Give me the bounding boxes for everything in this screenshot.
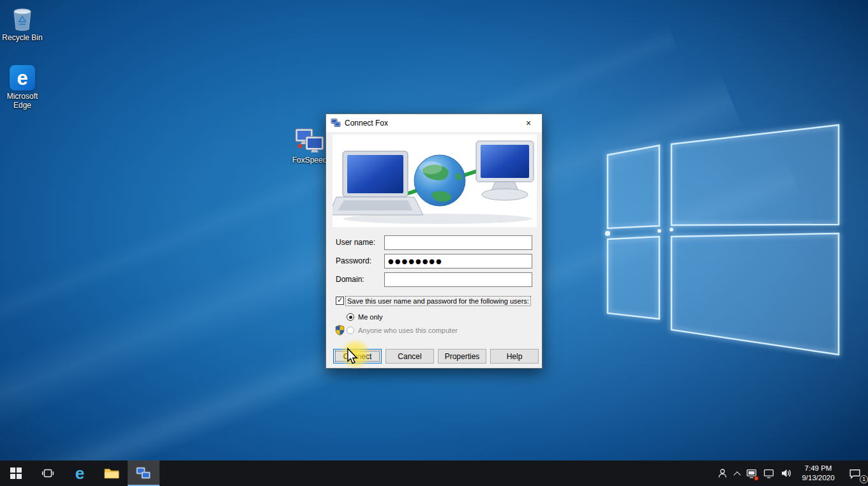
desktop: Recycle Bin e Microsoft Edge FoxSpeed [0, 0, 868, 486]
user-name-input[interactable] [384, 235, 532, 250]
notification-badge: 1 [860, 475, 868, 483]
dialup-connection-icon [294, 128, 325, 154]
edge-label: Microsoft Edge [0, 92, 45, 110]
connect-button[interactable]: Connect [333, 349, 382, 364]
me-only-radio[interactable] [347, 313, 354, 321]
people-button[interactable] [714, 460, 731, 486]
help-button[interactable]: Help [490, 349, 539, 364]
recycle-bin-icon [10, 4, 35, 32]
tray-network-button[interactable] [760, 460, 777, 486]
user-name-label: User name: [336, 235, 375, 250]
dialog-titlebar[interactable]: Connect Fox × [326, 114, 542, 132]
save-credentials-checkbox[interactable]: ✓ [336, 297, 344, 305]
action-center-icon [849, 468, 861, 479]
edge-icon: e [75, 465, 84, 482]
anyone-radio[interactable] [347, 327, 354, 334]
anyone-label: Anyone who uses this computer [358, 327, 458, 334]
people-icon [717, 468, 728, 478]
tray-connection-status-button[interactable] [743, 460, 760, 486]
volume-button[interactable] [777, 460, 795, 486]
taskbar-tray: 7:49 PM 9/13/2020 1 [714, 460, 868, 486]
properties-button[interactable]: Properties [438, 349, 486, 364]
close-icon: × [526, 118, 531, 128]
folder-icon [104, 467, 119, 480]
speaker-icon [781, 468, 792, 478]
dialog-body: User name: Password: Domain: ✓ Save this… [326, 132, 542, 368]
password-input[interactable] [384, 254, 532, 269]
taskbar-connect-app-button[interactable] [128, 460, 160, 486]
edge-e-glyph: e [17, 68, 27, 88]
taskbar-left: e [0, 460, 160, 486]
recycle-bin-label: Recycle Bin [2, 34, 42, 43]
taskbar-edge-button[interactable]: e [64, 460, 96, 486]
clock-time: 7:49 PM [805, 464, 832, 473]
task-view-icon [41, 467, 54, 480]
file-explorer-button[interactable] [96, 460, 128, 486]
task-view-button[interactable] [32, 460, 64, 486]
dialog-title: Connect Fox [345, 119, 515, 128]
clock-date: 9/13/2020 [802, 473, 834, 483]
taskbar: e [0, 460, 868, 486]
tray-alert-badge [754, 476, 759, 481]
windows-logo-icon [10, 468, 22, 479]
network-banner-image [333, 135, 537, 227]
check-icon: ✓ [337, 297, 343, 304]
connect-dialog: Connect Fox × [326, 114, 542, 369]
foxspeed-label: FoxSpeed [292, 156, 327, 165]
taskbar-clock[interactable]: 7:49 PM 9/13/2020 [795, 460, 841, 486]
show-hidden-icons-button[interactable] [731, 460, 743, 486]
password-label: Password: [336, 254, 371, 269]
connection-icon [331, 118, 341, 128]
chevron-up-icon [733, 471, 740, 478]
connection-app-icon [136, 467, 151, 480]
desktop-icon-recycle-bin[interactable]: Recycle Bin [0, 4, 45, 43]
save-credentials-row: ✓ Save this user name and password for t… [336, 297, 530, 305]
cancel-button[interactable]: Cancel [385, 349, 434, 364]
domain-label: Domain: [336, 272, 364, 287]
edge-icon: e [10, 65, 35, 91]
save-credentials-label[interactable]: Save this user name and password for the… [347, 297, 530, 305]
me-only-label[interactable]: Me only [358, 313, 383, 321]
start-button[interactable] [0, 460, 32, 486]
desktop-icon-microsoft-edge[interactable]: e Microsoft Edge [0, 65, 45, 110]
domain-input[interactable] [384, 272, 532, 287]
close-button[interactable]: × [515, 114, 542, 132]
uac-shield-icon [334, 325, 345, 335]
anyone-row: Anyone who uses this computer [334, 325, 458, 335]
network-icon [763, 469, 774, 478]
me-only-row: Me only [347, 313, 383, 321]
action-center-button[interactable]: 1 [841, 460, 868, 486]
